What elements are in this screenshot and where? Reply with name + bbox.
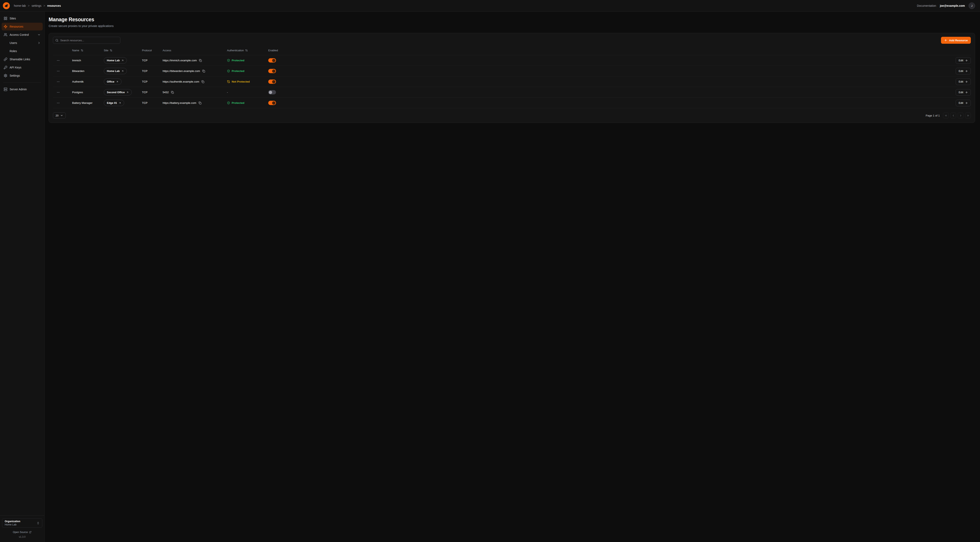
avatar[interactable]: J <box>969 2 975 9</box>
access-url: https://battery.example.com <box>162 101 196 104</box>
sidebar-item-api-keys[interactable]: API Keys <box>2 64 43 71</box>
prev-page-button[interactable] <box>950 113 956 118</box>
shield-off-icon <box>227 80 230 83</box>
edit-button[interactable]: Edit <box>956 68 971 74</box>
edit-button[interactable]: Edit <box>956 78 971 85</box>
edit-label: Edit <box>959 101 963 104</box>
search-box <box>53 37 120 44</box>
site-link[interactable]: Second Office <box>104 89 132 96</box>
chevron-right-icon <box>37 41 41 45</box>
protocol-value: TCP <box>142 59 162 62</box>
copy-icon[interactable] <box>202 70 205 73</box>
topbar: home-lab > settings > resources Document… <box>0 0 980 12</box>
page-size-value: 20 <box>56 114 59 117</box>
card-toolbar: Add Resource <box>53 37 971 44</box>
search-input[interactable] <box>60 39 118 42</box>
column-header-label: Protocol <box>142 49 152 52</box>
sidebar-item-label: Users <box>10 41 17 45</box>
sidebar-item-shareable-links[interactable]: Shareable Links <box>2 56 43 63</box>
arrow-up-right-icon <box>121 59 124 62</box>
auth-status: Protected <box>227 59 268 62</box>
row-actions-button[interactable] <box>53 70 60 73</box>
column-header-label: Name <box>72 49 79 52</box>
row-actions-button[interactable] <box>53 91 60 94</box>
site-name: Home Lab <box>107 59 120 62</box>
copy-icon[interactable] <box>199 59 202 62</box>
site-link[interactable]: Edge 01 <box>104 100 124 106</box>
enabled-toggle[interactable] <box>268 90 276 94</box>
first-page-button[interactable] <box>943 113 949 118</box>
user-email[interactable]: joe@example.com <box>940 4 965 7</box>
table-header-row: Name Site Protocol Access Authenticati <box>53 46 971 55</box>
edit-button[interactable]: Edit <box>956 89 971 96</box>
arrow-up-right-icon <box>126 91 129 94</box>
edit-button[interactable]: Edit <box>956 100 971 106</box>
enabled-toggle[interactable] <box>268 69 276 73</box>
copy-icon[interactable] <box>199 102 201 104</box>
edit-label: Edit <box>959 59 963 62</box>
access-url: 5432 <box>162 91 169 94</box>
add-resource-button[interactable]: Add Resource <box>941 37 971 44</box>
row-actions-button[interactable] <box>53 101 60 105</box>
open-source-link[interactable]: Open Source <box>2 531 42 534</box>
sidebar-item-users[interactable]: Users <box>2 39 43 47</box>
access-url: https://immich.example.com <box>162 59 197 62</box>
copy-icon[interactable] <box>171 91 174 94</box>
toggle-knob <box>272 59 275 62</box>
site-link[interactable]: Home Lab <box>104 57 127 64</box>
sidebar-item-label: Roles <box>10 49 17 53</box>
auth-label: - <box>227 91 228 94</box>
sidebar-item-label: Settings <box>10 74 20 77</box>
sidebar-item-settings[interactable]: Settings <box>2 72 43 80</box>
site-name: Edge 01 <box>107 101 117 104</box>
sidebar-item-access-control[interactable]: Access Control <box>2 31 43 38</box>
org-selector[interactable]: Organization Home Lab <box>2 518 42 528</box>
site-link[interactable]: Home Lab <box>104 68 127 74</box>
copy-icon[interactable] <box>201 80 204 83</box>
auth-status: Protected <box>227 70 268 73</box>
next-page-button[interactable] <box>958 113 964 118</box>
site-name: Second Office <box>107 91 125 94</box>
breadcrumb-resources[interactable]: resources <box>47 4 61 7</box>
enabled-toggle[interactable] <box>268 58 276 62</box>
chevron-down-icon <box>37 33 41 37</box>
breadcrumb-separator: > <box>28 4 29 7</box>
sidebar-nav: Sites Resources Access Control <box>0 14 45 93</box>
topbar-left: home-lab > settings > resources <box>3 2 61 9</box>
sidebar-item-label: API Keys <box>10 66 21 69</box>
sidebar-item-label: Access Control <box>10 33 29 37</box>
column-header-authentication[interactable]: Authentication <box>227 49 268 52</box>
sidebar-item-roles[interactable]: Roles <box>2 47 43 55</box>
protocol-value: TCP <box>142 80 162 83</box>
arrow-right-icon <box>965 59 968 62</box>
sidebar-item-label: Server Admin <box>10 88 27 91</box>
resource-name: Immich <box>72 59 104 62</box>
table-row: Authentik Office TCP https://authentik.e… <box>53 77 971 87</box>
breadcrumb-home-lab[interactable]: home-lab <box>14 4 26 7</box>
column-header-site[interactable]: Site <box>104 49 142 52</box>
enabled-toggle[interactable] <box>268 101 276 105</box>
row-actions-button[interactable] <box>53 80 60 83</box>
sort-icon <box>110 49 112 52</box>
access-url: https://bitwarden.example.com <box>162 70 200 73</box>
arrow-up-right-icon <box>119 102 121 104</box>
key-icon <box>4 65 7 69</box>
enabled-toggle[interactable] <box>268 80 276 84</box>
row-actions-button[interactable] <box>53 59 60 62</box>
app-logo-icon[interactable] <box>3 2 10 9</box>
edit-button[interactable]: Edit <box>956 57 971 64</box>
sidebar-item-resources[interactable]: Resources <box>2 23 43 30</box>
sidebar-item-server-admin[interactable]: Server Admin <box>2 85 43 93</box>
page-size-select[interactable]: 20 <box>53 112 66 118</box>
pagination: Page 1 of 1 <box>926 113 971 118</box>
column-header-name[interactable]: Name <box>72 49 104 52</box>
app: home-lab > settings > resources Document… <box>0 0 980 542</box>
breadcrumb-settings[interactable]: settings <box>32 4 41 7</box>
access-cell: https://bitwarden.example.com <box>162 70 227 73</box>
site-link[interactable]: Office <box>104 78 122 85</box>
sidebar-item-sites[interactable]: Sites <box>2 14 43 22</box>
last-page-button[interactable] <box>965 113 971 118</box>
sidebar: Sites Resources Access Control <box>0 12 45 542</box>
site-name: Office <box>107 80 115 83</box>
documentation-link[interactable]: Documentation <box>917 4 936 7</box>
